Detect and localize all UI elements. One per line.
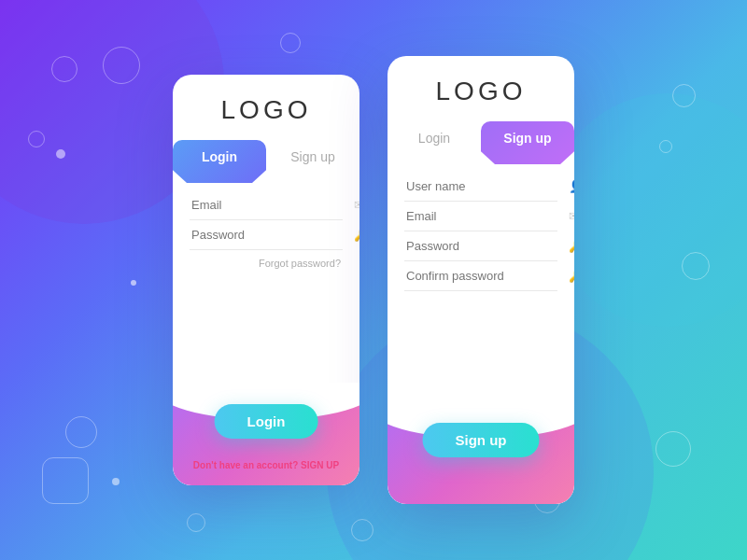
signup-password-input[interactable] (406, 239, 563, 253)
user-icon: 👤 (569, 179, 574, 193)
username-group: 👤 (404, 172, 557, 202)
signup-email-icon: ✉ (569, 209, 574, 223)
signup-button[interactable]: Sign up (423, 423, 540, 457)
confirm-password-icon: 🔑 (569, 269, 574, 283)
email-icon: ✉ (354, 198, 359, 212)
signup-password-icon: 🔑 (569, 239, 574, 253)
signup-card: LOGO Login Sign up 👤 ✉ 🔑 (388, 56, 574, 504)
email-input[interactable] (191, 198, 348, 212)
signup-form: 👤 ✉ 🔑 🔑 (388, 159, 574, 291)
login-card: LOGO Login Sign up ✉ 🔑 Forgot password? (173, 75, 359, 485)
forgot-password[interactable]: Forgot password? (190, 250, 343, 273)
cards-container: LOGO Login Sign up ✉ 🔑 Forgot password? (173, 56, 574, 504)
confirm-password-group: 🔑 (404, 261, 557, 291)
signup-logo: LOGO (436, 56, 527, 106)
signup-link-row: Don't have an account? SIGN UP (193, 460, 339, 470)
username-input[interactable] (406, 179, 563, 193)
signup-email-group: ✉ (404, 202, 557, 231)
login-button[interactable]: Login (215, 404, 318, 439)
signup-link[interactable]: SIGN UP (301, 460, 339, 470)
signup-password-group: 🔑 (404, 231, 557, 261)
password-icon: 🔑 (354, 228, 359, 242)
email-group: ✉ (190, 190, 343, 220)
password-input[interactable] (191, 228, 348, 242)
signup-email-input[interactable] (406, 209, 563, 223)
confirm-password-input[interactable] (406, 269, 563, 283)
login-form: ✉ 🔑 Forgot password? (173, 177, 359, 273)
password-group: 🔑 (190, 220, 343, 250)
login-logo: LOGO (221, 75, 312, 125)
